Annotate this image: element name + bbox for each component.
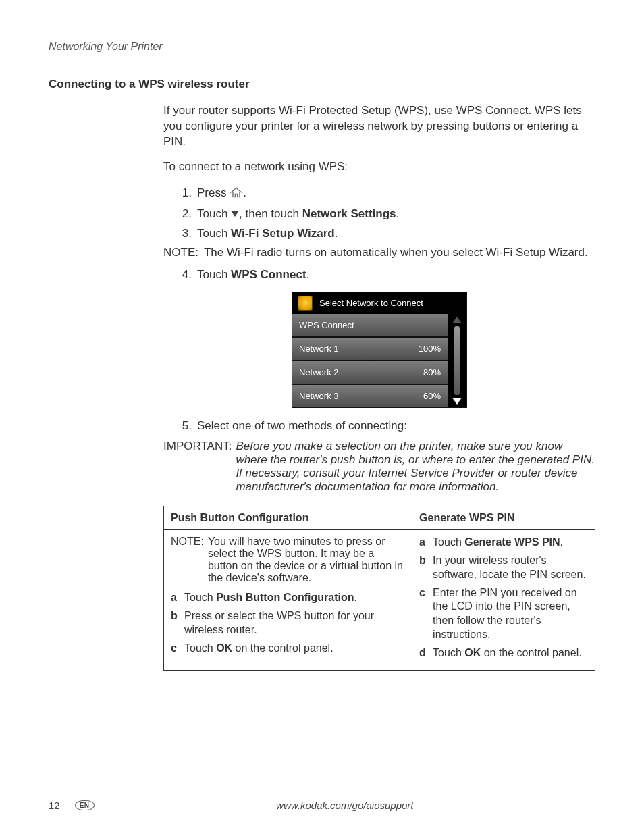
step-2-bold: Network Settings: [302, 207, 396, 220]
note-label: NOTE:: [163, 246, 204, 259]
col2-step-d: d Touch OK on the control panel.: [419, 646, 588, 660]
txt-bold: Generate WPS PIN: [464, 536, 560, 548]
txt: Enter the PIN you received on the LCD in…: [433, 586, 588, 642]
language-badge: EN: [75, 800, 95, 810]
step-5-text: Select one of two methods of connecting:: [197, 417, 595, 435]
txt: Press or select the WPS button for your …: [184, 609, 405, 637]
intro-paragraph: If your router supports Wi-Fi Protected …: [163, 103, 595, 150]
txt: Touch: [184, 642, 216, 654]
connect-intro: To connect to a network using WPS:: [163, 159, 595, 175]
note-text: The Wi-Fi radio turns on automatically w…: [204, 246, 595, 259]
lcd-row-network1: Network 1 100%: [292, 338, 448, 361]
txt: .: [354, 592, 357, 603]
col1-cell: NOTE: You will have two minutes to press…: [164, 530, 412, 670]
col1-note-text: You will have two minutes to press or se…: [208, 536, 405, 584]
step-1-text-a: Press: [197, 186, 230, 199]
txt-bold: Push Button Configuration: [216, 592, 354, 603]
lcd-header: Select Network to Connect: [292, 292, 466, 314]
important-row: IMPORTANT: Before you make a selection o…: [163, 440, 595, 494]
col2-header: Generate WPS PIN: [412, 506, 595, 530]
txt: on the control panel.: [481, 647, 581, 658]
col1-header: Push Button Configuration: [164, 506, 412, 530]
lcd-row-label: Network 2: [299, 367, 339, 377]
lcd-row-network3: Network 3 60%: [292, 385, 448, 407]
col1-note-label: NOTE:: [171, 536, 208, 584]
footer-url: www.kodak.com/go/aiosupport: [95, 800, 595, 811]
lcd-row-wps: WPS Connect: [292, 314, 448, 338]
page-footer: 12 EN www.kodak.com/go/aiosupport: [49, 800, 595, 811]
step-3-text-b: .: [335, 227, 338, 240]
txt: Touch: [433, 647, 464, 658]
col1-step-b: b Press or select the WPS button for you…: [171, 609, 405, 637]
note-row: NOTE: The Wi-Fi radio turns on automatic…: [163, 246, 595, 259]
important-text: Before you make a selection on the print…: [236, 440, 595, 494]
step-4-text-a: Touch: [197, 268, 231, 281]
txt: In your wireless router's software, loca…: [433, 554, 588, 582]
lcd-row-signal: 80%: [423, 367, 441, 377]
step-1-text-b: .: [243, 186, 246, 199]
txt: on the control panel.: [232, 642, 333, 654]
step-3: 3. Touch Wi-Fi Setup Wizard.: [171, 225, 595, 242]
step-4-bold: WPS Connect: [231, 268, 306, 281]
methods-table: Push Button Configuration Generate WPS P…: [163, 506, 595, 670]
col2-cell: a Touch Generate WPS PIN. b In your wire…: [412, 530, 595, 670]
step-2: 2. Touch , then touch Network Settings.: [171, 205, 595, 223]
step-2-text-c: .: [396, 207, 400, 220]
step-3-text-a: Touch: [197, 227, 231, 240]
step-5: 5. Select one of two methods of connecti…: [171, 417, 595, 435]
down-arrow-icon: [231, 211, 239, 217]
scroll-down-icon: [452, 398, 462, 405]
page-number: 12: [49, 800, 60, 811]
col2-step-b: b In your wireless router's software, lo…: [419, 554, 588, 582]
lcd-row-label: Network 1: [299, 344, 339, 354]
step-2-text-b: , then touch: [239, 207, 302, 220]
lcd-row-signal: 100%: [419, 344, 441, 354]
txt: Touch: [184, 592, 216, 603]
step-1: 1. Press .: [171, 184, 595, 204]
section-title: Connecting to a WPS wireless router: [49, 78, 595, 91]
lcd-row-label: WPS Connect: [299, 320, 354, 330]
txt-bold: OK: [216, 642, 232, 654]
col1-step-a: a Touch Push Button Configuration.: [171, 591, 405, 605]
scroll-up-icon: [452, 317, 462, 323]
lcd-row-network2: Network 2 80%: [292, 361, 448, 385]
running-head: Networking Your Printer: [49, 41, 595, 57]
txt-bold: OK: [464, 647, 481, 658]
lcd-title: Select Network to Connect: [319, 298, 423, 308]
txt: Touch: [433, 536, 464, 548]
scroll-track: [454, 326, 460, 395]
lcd-row-label: Network 3: [299, 391, 339, 401]
col2-step-c: c Enter the PIN you received on the LCD …: [419, 586, 588, 642]
col1-step-c: c Touch OK on the control panel.: [171, 642, 405, 656]
txt: .: [560, 536, 563, 548]
step-2-text-a: Touch: [197, 207, 231, 220]
step-3-bold: Wi-Fi Setup Wizard: [231, 227, 335, 240]
sun-icon: [298, 296, 313, 311]
col2-step-a: a Touch Generate WPS PIN.: [419, 536, 588, 550]
important-label: IMPORTANT:: [163, 440, 236, 494]
lcd-row-signal: 60%: [423, 391, 441, 401]
lcd-screenshot: Select Network to Connect WPS Connect Ne…: [292, 292, 467, 408]
step-4: 4. Touch WPS Connect.: [171, 266, 595, 284]
home-icon: [230, 186, 243, 204]
step-4-text-b: .: [306, 268, 310, 281]
lcd-scrollbar: [448, 314, 466, 407]
